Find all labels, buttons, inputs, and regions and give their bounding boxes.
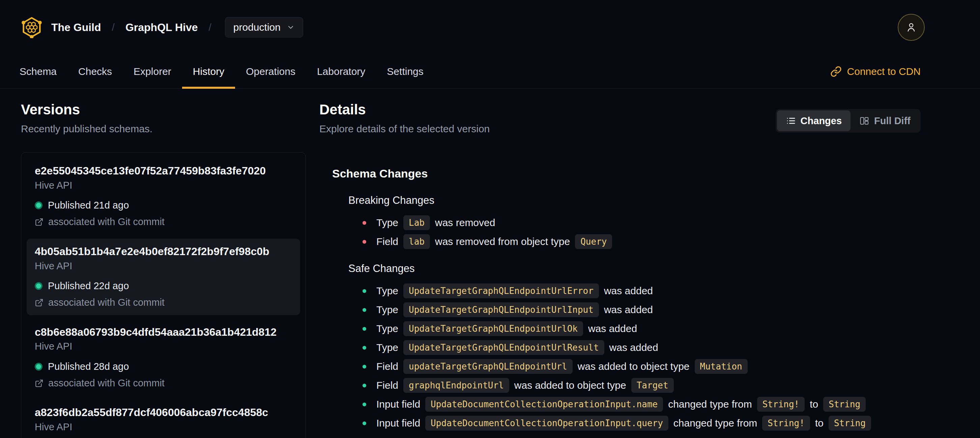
version-list-item[interactable]: a823f6db2a55df877dcf406006abca97fcc4858c…	[27, 400, 300, 438]
schema-change-item: Input fieldUpdateDocumentCollectionOpera…	[363, 414, 921, 433]
version-list-item[interactable]: e2e55045345ce13fe07f52a77459b83fa3fe7020…	[27, 158, 300, 234]
columns-icon	[859, 116, 869, 126]
change-bullet	[363, 221, 366, 225]
tab-history[interactable]: History	[182, 55, 235, 88]
app-root: The Guild / GraphQL Hive / production Sc…	[0, 0, 980, 438]
change-bullet	[363, 384, 366, 387]
view-toggle-group: Changes Full Diff	[776, 109, 921, 132]
schema-change-item: TypeUpdateTargetGraphQLEndpointUrlErrorw…	[363, 282, 921, 300]
changes-list: TypeUpdateTargetGraphQLEndpointUrlErrorw…	[348, 282, 921, 433]
published-label: Published 22d ago	[48, 280, 129, 291]
changes-list: TypeLabwas removed Fieldlabwas removed f…	[348, 213, 921, 251]
schema-change-item: TypeUpdateTargetGraphQLEndpointUrlInputw…	[363, 300, 921, 319]
published-status-dot	[35, 363, 43, 371]
target-nav-tabs: SchemaChecksExplorerHistoryOperationsLab…	[0, 55, 980, 89]
change-text: changed type from	[673, 417, 757, 429]
change-text: Type	[376, 285, 398, 296]
schema-change-item: Fieldlabwas removed from object typeQuer…	[363, 232, 921, 251]
change-bullet	[363, 365, 366, 368]
schema-changes-sections: Breaking Changes TypeLabwas removed Fiel…	[332, 194, 921, 433]
link-icon	[830, 66, 842, 77]
published-status-dot	[35, 201, 43, 209]
git-commit-link[interactable]: associated with Git commit	[35, 377, 292, 389]
change-text: to	[815, 417, 824, 429]
changes-section: Safe Changes TypeUpdateTargetGraphQLEndp…	[332, 263, 921, 433]
user-menu-button[interactable]	[898, 14, 925, 41]
change-text: was added	[604, 304, 653, 315]
change-text: Input field	[376, 398, 420, 410]
change-text: was removed from object type	[435, 236, 570, 247]
version-hash: e2e55045345ce13fe07f52a77459b83fa3fe7020	[35, 165, 292, 177]
full-diff-view-label: Full Diff	[874, 115, 910, 127]
git-commit-link[interactable]: associated with Git commit	[35, 297, 292, 308]
breadcrumb-project[interactable]: GraphQL Hive	[126, 21, 198, 34]
details-header-text: Details Explore details of the selected …	[319, 89, 490, 135]
change-text: Field	[376, 236, 398, 247]
version-hash: a823f6db2a55df877dcf406006abca97fcc4858c	[35, 406, 292, 419]
code-chip: updateTargetGraphQLEndpointUrl	[403, 359, 573, 374]
version-service-name: Hive API	[35, 422, 292, 433]
top-bar: The Guild / GraphQL Hive / production	[0, 0, 980, 55]
details-title: Details	[319, 102, 490, 118]
version-list-item[interactable]: c8b6e88a06793b9c4dfd54aaa21b36a1b421d812…	[27, 319, 300, 396]
change-text: Field	[376, 380, 398, 391]
code-chip: Query	[575, 234, 612, 249]
code-chip: lab	[403, 234, 430, 249]
tab-laboratory[interactable]: Laboratory	[306, 55, 376, 88]
schema-change-item: FieldupdateTargetGraphQLEndpointUrlwas a…	[363, 357, 921, 376]
tab-schema[interactable]: Schema	[9, 55, 67, 88]
git-commit-label: associated with Git commit	[48, 216, 165, 228]
tab-explorer[interactable]: Explorer	[123, 55, 182, 88]
tab-operations[interactable]: Operations	[235, 55, 306, 88]
code-chip: UpdateDocumentCollectionOperationInput.n…	[425, 397, 663, 412]
code-chip: Mutation	[695, 359, 748, 374]
version-list-item[interactable]: 4b05ab51b1b4a7e2e4b0ef82172f2b9f7ef98c0b…	[27, 239, 300, 315]
published-label: Published 21d ago	[48, 200, 129, 211]
version-status-row: Published 28d ago	[35, 361, 292, 372]
change-text: was added	[609, 342, 658, 353]
code-chip: UpdateTargetGraphQLEndpointUrlResult	[403, 340, 605, 355]
change-bullet	[363, 308, 366, 312]
schema-change-item: TypeUpdateTargetGraphQLEndpointUrlOkwas …	[363, 319, 921, 338]
changes-view-button[interactable]: Changes	[777, 110, 851, 131]
schema-change-item: TypeUpdateTargetGraphQLEndpointUrlResult…	[363, 338, 921, 357]
tab-settings[interactable]: Settings	[376, 55, 434, 88]
schema-changes-title: Schema Changes	[332, 167, 921, 180]
change-text: was added	[588, 323, 637, 334]
change-text: Type	[376, 217, 398, 228]
details-column: Details Explore details of the selected …	[319, 89, 921, 433]
target-selector[interactable]: production	[225, 17, 303, 37]
tab-checks[interactable]: Checks	[67, 55, 123, 88]
schema-changes-block: Schema Changes Breaking Changes TypeLabw…	[319, 167, 921, 433]
change-text: to	[810, 398, 818, 410]
connect-to-cdn-label: Connect to CDN	[847, 66, 921, 77]
changes-section: Breaking Changes TypeLabwas removed Fiel…	[332, 194, 921, 251]
user-icon	[905, 21, 917, 33]
connect-to-cdn-button[interactable]: Connect to CDN	[830, 55, 921, 88]
code-chip: UpdateTargetGraphQLEndpointUrlInput	[403, 303, 599, 317]
full-diff-view-button[interactable]: Full Diff	[851, 110, 919, 131]
change-bullet	[363, 240, 366, 244]
change-bullet	[363, 289, 366, 293]
code-chip: String	[823, 397, 865, 412]
changes-section-title: Safe Changes	[348, 263, 921, 275]
git-commit-link[interactable]: associated with Git commit	[35, 216, 292, 228]
published-label: Published 28d ago	[48, 361, 129, 372]
breadcrumb-separator: /	[110, 22, 117, 33]
breadcrumb-org[interactable]: The Guild	[51, 21, 101, 34]
change-text: Type	[376, 304, 398, 315]
change-text: changed type from	[668, 398, 752, 410]
version-service-name: Hive API	[35, 341, 292, 352]
details-subtitle: Explore details of the selected version	[319, 123, 490, 135]
external-link-icon	[35, 218, 43, 226]
changes-view-label: Changes	[800, 115, 842, 127]
changes-section-title: Breaking Changes	[348, 194, 921, 207]
hive-logo-icon[interactable]	[21, 16, 43, 38]
target-selector-value: production	[233, 22, 281, 33]
code-chip: UpdateTargetGraphQLEndpointUrlError	[403, 284, 599, 298]
change-text: Type	[376, 323, 398, 334]
version-status-row: Published 21d ago	[35, 200, 292, 211]
change-bullet	[363, 403, 366, 406]
change-text: was added to object type	[578, 361, 690, 372]
main-content: Versions Recently published schemas. e2e…	[0, 89, 980, 438]
